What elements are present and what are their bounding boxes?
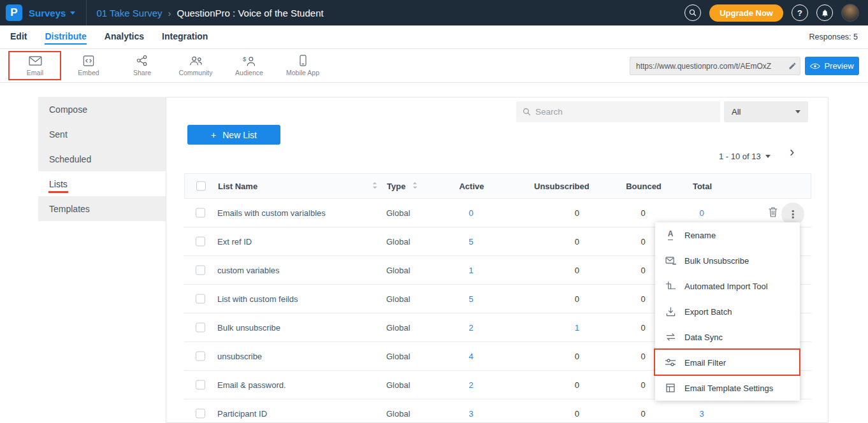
row-checkbox[interactable]	[196, 409, 205, 419]
active-count[interactable]: 3	[449, 409, 493, 419]
menu-item-automated-import-tool[interactable]: Automated Import Tool	[655, 273, 800, 299]
search-box	[516, 101, 720, 122]
search-button[interactable]	[684, 4, 701, 21]
sort-icon[interactable]	[372, 182, 377, 191]
pagination-label: 1 - 10 of 13	[719, 152, 761, 161]
header-list-name[interactable]: List Name	[218, 182, 257, 191]
toolbar-item-mobile-app[interactable]: Mobile App	[276, 55, 329, 76]
toolbar-item-embed[interactable]: Embed	[62, 55, 115, 76]
list-type: Global	[386, 294, 410, 304]
total-count[interactable]: 0	[679, 208, 724, 218]
unsubscribed-count[interactable]: 0	[533, 237, 579, 247]
unsubscribed-count[interactable]: 0	[533, 352, 579, 361]
toolbar-item-community[interactable]: Community	[169, 55, 222, 76]
menu-item-label: Automated Import Tool	[684, 282, 768, 291]
toolbar-item-label: Embed	[78, 69, 99, 76]
avatar[interactable]	[841, 4, 859, 22]
select-all-checkbox[interactable]	[196, 182, 206, 191]
sidebar-item[interactable]: Scheduled	[38, 147, 166, 171]
topbar-actions: Upgrade Now ?	[684, 4, 868, 22]
menu-item-rename[interactable]: A Rename	[655, 222, 800, 248]
table-row[interactable]: Participant ID Global 3 0 0 3	[184, 399, 811, 423]
pagination-dropdown[interactable]: 1 - 10 of 13	[719, 152, 770, 161]
toolbar-item-label: Community	[178, 69, 212, 76]
list-name-link[interactable]: Bulk unsubscribe	[217, 323, 280, 333]
email-filter-icon	[665, 359, 676, 366]
list-name-link[interactable]: Email & password.	[217, 380, 286, 390]
unsubscribed-count[interactable]: 0	[533, 294, 579, 304]
bounced-count[interactable]: 0	[621, 409, 665, 419]
active-count[interactable]: 5	[449, 294, 493, 304]
list-name-link[interactable]: Participant ID	[217, 409, 267, 419]
menu-item-bulk-unsubscribe[interactable]: Bulk Unsubscribe	[655, 248, 800, 273]
breadcrumb-survey-name[interactable]: 01 Take Survey	[96, 8, 162, 18]
community-icon	[189, 55, 203, 66]
menu-item-email-filter[interactable]: Email Filter	[655, 350, 800, 375]
unsubscribed-count[interactable]: 0	[533, 409, 579, 419]
active-count[interactable]: 4	[449, 352, 493, 361]
tab-bar: Edit Distribute Analytics Integration Re…	[0, 25, 868, 49]
active-count[interactable]: 0	[449, 208, 493, 218]
unsubscribed-count[interactable]: 0	[533, 208, 579, 218]
bulk-unsubscribe-icon	[665, 257, 676, 265]
list-name-link[interactable]: Ext ref ID	[217, 237, 252, 247]
rename-icon: A	[665, 230, 676, 240]
upgrade-button[interactable]: Upgrade Now	[709, 4, 783, 22]
unsubscribed-count[interactable]: 0	[533, 266, 579, 275]
sidebar-item-label: Templates	[49, 204, 90, 214]
tab[interactable]: Edit	[10, 25, 27, 48]
edit-url-button[interactable]	[785, 62, 800, 70]
sort-icon[interactable]	[412, 182, 417, 191]
menu-item-email-template-settings[interactable]: Email Template Settings	[655, 375, 800, 401]
row-checkbox[interactable]	[196, 380, 205, 390]
header-type[interactable]: Type	[387, 182, 405, 191]
delete-list-button[interactable]	[769, 207, 778, 220]
preview-button[interactable]: Preview	[805, 57, 859, 75]
eye-icon	[810, 63, 820, 69]
tab-label: Integration	[162, 30, 208, 45]
unsubscribed-count[interactable]: 0	[533, 380, 579, 390]
distribute-toolbar: Email Embed Share Community $ Audience M…	[0, 49, 868, 83]
filter-dropdown[interactable]: All	[724, 101, 808, 122]
row-checkbox[interactable]	[196, 294, 205, 304]
next-page-button[interactable]: ›	[790, 145, 794, 159]
tab[interactable]: Distribute	[45, 25, 86, 48]
bell-icon	[821, 9, 829, 17]
active-count[interactable]: 2	[449, 380, 493, 390]
active-count[interactable]: 5	[449, 237, 493, 247]
menu-item-export-batch[interactable]: Export Batch	[655, 299, 800, 324]
survey-url-input[interactable]	[630, 57, 785, 75]
tab[interactable]: Integration	[162, 25, 208, 48]
questionpro-logo[interactable]: P	[6, 4, 22, 21]
search-input[interactable]	[535, 107, 714, 117]
help-button[interactable]: ?	[792, 4, 808, 21]
sidebar-item[interactable]: Lists	[38, 171, 166, 196]
menu-item-data-sync[interactable]: Data Sync	[655, 324, 800, 350]
list-name-link[interactable]: Emails with custom varialbles	[217, 208, 326, 218]
caret-down-icon	[765, 155, 770, 158]
row-checkbox[interactable]	[196, 208, 205, 218]
unsubscribed-count[interactable]: 1	[533, 323, 579, 333]
sidebar-item[interactable]: Templates	[38, 196, 166, 221]
row-checkbox[interactable]	[196, 352, 205, 361]
list-name-link[interactable]: unsubscribe	[217, 352, 262, 361]
sidebar-item[interactable]: Compose	[38, 97, 166, 122]
active-count[interactable]: 1	[449, 266, 493, 275]
tab[interactable]: Analytics	[105, 25, 144, 48]
notifications-button[interactable]	[816, 4, 833, 21]
row-checkbox[interactable]	[196, 323, 205, 333]
bounced-count[interactable]: 0	[621, 208, 665, 218]
new-list-button[interactable]: + New List	[187, 125, 280, 145]
toolbar-item-email[interactable]: Email	[8, 55, 62, 76]
audience-icon: $	[243, 55, 256, 66]
product-switcher[interactable]: Surveys	[29, 8, 75, 18]
list-name-link[interactable]: custom variables	[217, 266, 280, 275]
row-checkbox[interactable]	[196, 237, 205, 247]
list-name-link[interactable]: List with custom feilds	[217, 294, 298, 304]
active-count[interactable]: 2	[449, 323, 493, 333]
toolbar-item-audience[interactable]: $ Audience	[222, 55, 276, 76]
total-count[interactable]: 3	[679, 409, 724, 419]
sidebar-item[interactable]: Sent	[38, 122, 166, 147]
row-checkbox[interactable]	[196, 266, 205, 275]
toolbar-item-share[interactable]: Share	[115, 55, 169, 76]
